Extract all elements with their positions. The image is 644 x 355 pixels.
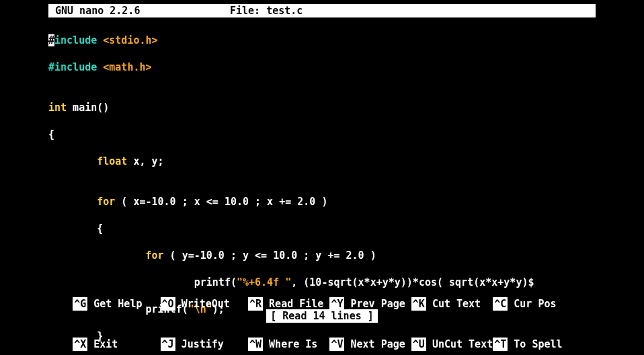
shortcut-cur-pos[interactable]: ^C Cur Pos xyxy=(493,297,556,311)
code-line: #include <stdio.h> xyxy=(48,34,644,47)
code-line: for ( x=-10.0 ; x <= 10.0 ; x += 2.0 ) xyxy=(48,195,644,208)
code-line: #include <math.h> xyxy=(48,61,644,74)
shortcut-row-2: ^X Exit ^J Justify ^W Where Is ^V Next P… xyxy=(48,324,563,338)
code-line: int main() xyxy=(48,101,644,114)
shortcut-to-spell[interactable]: ^T To Spell xyxy=(493,338,562,351)
shortcut-writeout[interactable]: ^O WriteOut xyxy=(161,297,248,311)
code-line: float x, y; xyxy=(48,155,644,168)
shortcut-bar: ^G Get Help ^O WriteOut ^R Read File ^Y … xyxy=(48,257,563,351)
shortcut-prev-page[interactable]: ^Y Prev Page xyxy=(329,297,411,311)
titlebar: GNU nano 2.2.6 File: test.c xyxy=(48,4,596,17)
shortcut-uncut-text[interactable]: ^U UnCut Text xyxy=(411,338,493,351)
shortcut-next-page[interactable]: ^V Next Page xyxy=(329,338,411,351)
shortcut-read-file[interactable]: ^R Read File xyxy=(248,297,329,311)
shortcut-justify[interactable]: ^J Justify xyxy=(161,338,248,351)
shortcut-cut-text[interactable]: ^K Cut Text xyxy=(411,297,493,311)
code-line: { xyxy=(48,128,644,141)
shortcut-get-help[interactable]: ^G Get Help xyxy=(73,297,160,311)
app-name: GNU nano 2.2.6 xyxy=(55,4,230,17)
shortcut-exit[interactable]: ^X Exit xyxy=(73,338,160,351)
cursor: # xyxy=(48,34,54,46)
code-line: { xyxy=(48,222,644,235)
shortcut-where-is[interactable]: ^W Where Is xyxy=(248,338,329,351)
file-label: File: test.c xyxy=(230,4,303,17)
shortcut-row-1: ^G Get Help ^O WriteOut ^R Read File ^Y … xyxy=(48,284,563,297)
